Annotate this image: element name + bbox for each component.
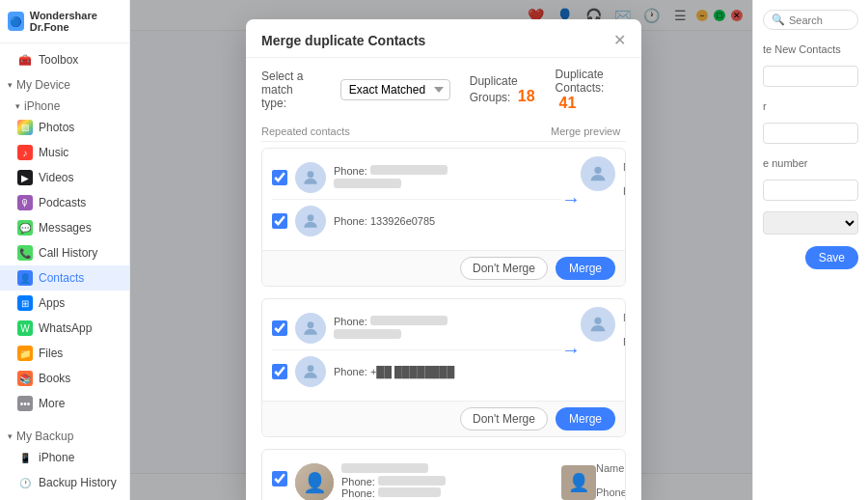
svg-point-1 bbox=[308, 214, 314, 221]
name-sub-label: r bbox=[763, 100, 858, 112]
preview-fields-2: Name ██ ████████ ██ Phone bbox=[623, 307, 626, 378]
dup-groups-count: 18 bbox=[518, 88, 535, 104]
contact-group-1: Phone: Phone: bbox=[261, 148, 626, 287]
type-select[interactable] bbox=[763, 211, 858, 235]
apps-icon: ⊞ bbox=[17, 295, 33, 311]
sidebar-item-whatsapp[interactable]: W WhatsApp bbox=[0, 316, 129, 341]
dont-merge-button-2[interactable]: Don't Merge bbox=[460, 407, 548, 431]
sidebar-group-my-backup[interactable]: ▾ My Backup bbox=[0, 424, 129, 445]
contact-avatar-photo-3-1: 👤 bbox=[295, 463, 334, 500]
preview-name-field-3: Name ████████████ bbox=[596, 458, 626, 479]
merge-button-1[interactable]: Merge bbox=[556, 257, 615, 280]
search-box[interactable]: 🔍 bbox=[763, 10, 858, 30]
svg-point-0 bbox=[308, 171, 314, 178]
new-contacts-label: te New Contacts bbox=[763, 43, 858, 55]
svg-point-5 bbox=[594, 318, 601, 324]
sidebar-item-contacts[interactable]: 👤 Contacts bbox=[0, 265, 129, 291]
preview-avatar-1 bbox=[581, 156, 615, 191]
sidebar-item-screen-mirror[interactable]: 🖥 Screen Mirror bbox=[0, 495, 129, 500]
sidebar-item-messages[interactable]: 💬 Messages bbox=[0, 215, 129, 240]
sidebar-item-apps[interactable]: ⊞ Apps bbox=[0, 291, 129, 316]
preview-extra-field-2 bbox=[623, 355, 626, 375]
dup-contacts-count: 41 bbox=[559, 95, 577, 111]
preview-fields-1: Name ██████ ████ Phone bbox=[623, 156, 626, 228]
sidebar-item-toolbox[interactable]: 🧰 Toolbox bbox=[0, 47, 129, 72]
col-preview-label: Merge preview bbox=[551, 125, 626, 137]
contact-checkbox-1-2[interactable] bbox=[272, 213, 287, 229]
dont-merge-button-1[interactable]: Don't Merge bbox=[460, 257, 548, 280]
preview-name-field-2: Name ██ ████████ ██ bbox=[623, 307, 626, 328]
search-input[interactable] bbox=[789, 14, 850, 26]
messages-icon: 💬 bbox=[17, 220, 33, 236]
save-button[interactable]: Save bbox=[805, 246, 858, 269]
group1-preview: Name ██████ ████ Phone bbox=[581, 156, 626, 242]
match-type-label: Select a match type: bbox=[261, 69, 321, 110]
group3-content: 👤 Phone: Phone: 👤 bbox=[262, 450, 625, 500]
contact-avatar-2-1 bbox=[295, 313, 326, 344]
sidebar-item-podcasts[interactable]: 🎙 Podcasts bbox=[0, 190, 129, 215]
dialog-body: Repeated contacts Merge preview bbox=[246, 122, 641, 500]
contact-checkbox-3-1[interactable] bbox=[272, 471, 287, 486]
sidebar: 🔵 Wondershare Dr.Fone 🧰 Toolbox ▾ My Dev… bbox=[0, 0, 130, 500]
contact-info-2-1: Phone: bbox=[334, 316, 561, 342]
podcasts-icon: 🎙 bbox=[17, 195, 33, 210]
sidebar-item-backup-iphone[interactable]: 📱 iPhone bbox=[0, 445, 129, 470]
whatsapp-icon: W bbox=[17, 320, 33, 336]
preview-name-field-1: Name ██████ ████ bbox=[623, 156, 626, 178]
contact-info-1-2: Phone: 133926e0785 bbox=[334, 215, 561, 227]
app-title: Wondershare Dr.Fone bbox=[30, 10, 122, 33]
toolbox-section: 🧰 Toolbox ▾ My Device ▾ iPhone ▨ Photos … bbox=[0, 43, 129, 420]
sidebar-item-photos[interactable]: ▨ Photos bbox=[0, 115, 129, 140]
files-icon: 📁 bbox=[17, 346, 33, 361]
dialog-header: Merge duplicate Contacts ✕ bbox=[246, 19, 641, 58]
sidebar-item-videos[interactable]: ▶ Videos bbox=[0, 165, 129, 190]
preview-phone-field-1: Phone bbox=[623, 181, 626, 201]
chevron-down-icon: ▾ bbox=[8, 80, 13, 90]
chevron-down-icon: ▾ bbox=[15, 101, 20, 111]
sidebar-item-books[interactable]: 📚 Books bbox=[0, 366, 129, 391]
sidebar-item-files[interactable]: 📁 Files bbox=[0, 341, 129, 366]
contacts-icon: 👤 bbox=[17, 270, 33, 286]
arrow-right-icon: → bbox=[561, 188, 581, 210]
sidebar-item-music[interactable]: ♪ Music bbox=[0, 140, 129, 165]
merge-contacts-dialog: Merge duplicate Contacts ✕ Select a matc… bbox=[246, 19, 641, 500]
preview-avatar-2 bbox=[581, 307, 615, 342]
group2-content: Phone: Phone: +██ ████████ bbox=[262, 299, 625, 401]
dialog-title: Merge duplicate Contacts bbox=[261, 33, 425, 48]
preview-extra-field-1 bbox=[623, 205, 626, 224]
contact-checkbox-2-1[interactable] bbox=[272, 320, 287, 336]
merge-button-2[interactable]: Merge bbox=[556, 407, 615, 431]
extra-field[interactable] bbox=[763, 180, 858, 201]
contact-avatar-1-2 bbox=[295, 206, 326, 236]
sidebar-item-call-history[interactable]: 📞 Call History bbox=[0, 240, 129, 265]
backup-history-icon: 🕐 bbox=[17, 475, 33, 490]
group3-left: 👤 Phone: Phone: bbox=[272, 458, 561, 500]
group2-actions: Don't Merge Merge bbox=[262, 401, 625, 436]
phone-sub-label: e number bbox=[763, 157, 858, 169]
name-field[interactable] bbox=[763, 66, 858, 87]
sidebar-group-my-device[interactable]: ▾ My Device bbox=[0, 72, 129, 94]
contact-checkbox-1-1[interactable] bbox=[272, 170, 287, 185]
sidebar-item-more[interactable]: ••• More bbox=[0, 391, 129, 416]
contact-avatar-2-2 bbox=[295, 356, 326, 387]
contact-checkbox-2-2[interactable] bbox=[272, 364, 287, 379]
right-panel: 🔍 te New Contacts r e number Save bbox=[752, 0, 868, 500]
main-area: ❤️ 👤 🎧 ✉️ 🕐 ☰ − □ ✕ Merge duplicate Cont… bbox=[130, 0, 752, 500]
col-repeated-label: Repeated contacts bbox=[261, 125, 551, 137]
sidebar-group-iphone[interactable]: ▾ iPhone bbox=[0, 94, 129, 115]
group1-content: Phone: Phone: bbox=[262, 149, 625, 250]
app-icon: 🔵 bbox=[8, 12, 24, 31]
dialog-toolbar: Select a match type: Exact Matched Fuzzy… bbox=[246, 58, 641, 122]
dup-contacts-label: Duplicate Contacts: 41 bbox=[556, 68, 626, 112]
search-icon: 🔍 bbox=[772, 14, 785, 26]
svg-point-4 bbox=[308, 365, 314, 372]
phone-number-field[interactable] bbox=[763, 123, 858, 144]
photo-preview-3: 👤 bbox=[561, 465, 596, 500]
dialog-close-button[interactable]: ✕ bbox=[613, 31, 626, 49]
books-icon: 📚 bbox=[17, 371, 33, 386]
group2-preview: Name ██ ████████ ██ Phone bbox=[581, 307, 626, 393]
sidebar-item-backup-history[interactable]: 🕐 Backup History bbox=[0, 470, 129, 495]
contact-info-1-1: Phone: bbox=[334, 165, 561, 191]
match-type-select[interactable]: Exact Matched Fuzzy Matched bbox=[340, 79, 450, 100]
contact-group-3: 👤 Phone: Phone: 👤 bbox=[261, 449, 626, 500]
